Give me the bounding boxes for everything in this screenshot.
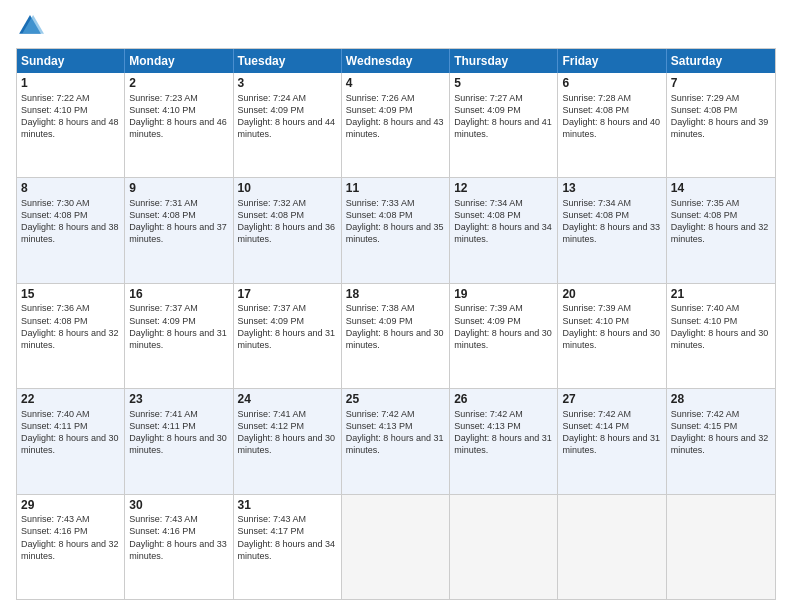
cell-details: Sunrise: 7:43 AMSunset: 4:16 PMDaylight:…	[21, 513, 120, 562]
logo	[16, 12, 48, 40]
day-number: 23	[129, 392, 228, 408]
calendar-header-cell: Sunday	[17, 49, 125, 73]
calendar-header-cell: Wednesday	[342, 49, 450, 73]
calendar-cell: 22Sunrise: 7:40 AMSunset: 4:11 PMDayligh…	[17, 389, 125, 493]
calendar-week: 22Sunrise: 7:40 AMSunset: 4:11 PMDayligh…	[17, 388, 775, 493]
day-number: 6	[562, 76, 661, 92]
cell-details: Sunrise: 7:35 AMSunset: 4:08 PMDaylight:…	[671, 197, 771, 246]
calendar-cell: 13Sunrise: 7:34 AMSunset: 4:08 PMDayligh…	[558, 178, 666, 282]
calendar-cell	[342, 495, 450, 599]
calendar-week: 15Sunrise: 7:36 AMSunset: 4:08 PMDayligh…	[17, 283, 775, 388]
calendar-cell: 7Sunrise: 7:29 AMSunset: 4:08 PMDaylight…	[667, 73, 775, 177]
day-number: 14	[671, 181, 771, 197]
calendar-week: 29Sunrise: 7:43 AMSunset: 4:16 PMDayligh…	[17, 494, 775, 599]
calendar-cell: 2Sunrise: 7:23 AMSunset: 4:10 PMDaylight…	[125, 73, 233, 177]
cell-details: Sunrise: 7:39 AMSunset: 4:09 PMDaylight:…	[454, 302, 553, 351]
cell-details: Sunrise: 7:29 AMSunset: 4:08 PMDaylight:…	[671, 92, 771, 141]
cell-details: Sunrise: 7:40 AMSunset: 4:10 PMDaylight:…	[671, 302, 771, 351]
day-number: 29	[21, 498, 120, 514]
day-number: 9	[129, 181, 228, 197]
calendar-cell: 12Sunrise: 7:34 AMSunset: 4:08 PMDayligh…	[450, 178, 558, 282]
calendar-cell: 3Sunrise: 7:24 AMSunset: 4:09 PMDaylight…	[234, 73, 342, 177]
cell-details: Sunrise: 7:22 AMSunset: 4:10 PMDaylight:…	[21, 92, 120, 141]
cell-details: Sunrise: 7:23 AMSunset: 4:10 PMDaylight:…	[129, 92, 228, 141]
day-number: 28	[671, 392, 771, 408]
cell-details: Sunrise: 7:27 AMSunset: 4:09 PMDaylight:…	[454, 92, 553, 141]
calendar-cell: 29Sunrise: 7:43 AMSunset: 4:16 PMDayligh…	[17, 495, 125, 599]
calendar-cell: 17Sunrise: 7:37 AMSunset: 4:09 PMDayligh…	[234, 284, 342, 388]
calendar-header-cell: Thursday	[450, 49, 558, 73]
calendar-cell: 24Sunrise: 7:41 AMSunset: 4:12 PMDayligh…	[234, 389, 342, 493]
day-number: 25	[346, 392, 445, 408]
cell-details: Sunrise: 7:32 AMSunset: 4:08 PMDaylight:…	[238, 197, 337, 246]
calendar-cell: 23Sunrise: 7:41 AMSunset: 4:11 PMDayligh…	[125, 389, 233, 493]
calendar-cell: 26Sunrise: 7:42 AMSunset: 4:13 PMDayligh…	[450, 389, 558, 493]
day-number: 21	[671, 287, 771, 303]
day-number: 3	[238, 76, 337, 92]
cell-details: Sunrise: 7:28 AMSunset: 4:08 PMDaylight:…	[562, 92, 661, 141]
calendar-cell: 14Sunrise: 7:35 AMSunset: 4:08 PMDayligh…	[667, 178, 775, 282]
day-number: 24	[238, 392, 337, 408]
calendar-cell: 16Sunrise: 7:37 AMSunset: 4:09 PMDayligh…	[125, 284, 233, 388]
cell-details: Sunrise: 7:42 AMSunset: 4:14 PMDaylight:…	[562, 408, 661, 457]
cell-details: Sunrise: 7:43 AMSunset: 4:17 PMDaylight:…	[238, 513, 337, 562]
calendar-cell: 5Sunrise: 7:27 AMSunset: 4:09 PMDaylight…	[450, 73, 558, 177]
day-number: 11	[346, 181, 445, 197]
day-number: 12	[454, 181, 553, 197]
calendar-cell: 21Sunrise: 7:40 AMSunset: 4:10 PMDayligh…	[667, 284, 775, 388]
cell-details: Sunrise: 7:39 AMSunset: 4:10 PMDaylight:…	[562, 302, 661, 351]
cell-details: Sunrise: 7:37 AMSunset: 4:09 PMDaylight:…	[129, 302, 228, 351]
calendar-body: 1Sunrise: 7:22 AMSunset: 4:10 PMDaylight…	[17, 73, 775, 599]
day-number: 16	[129, 287, 228, 303]
cell-details: Sunrise: 7:30 AMSunset: 4:08 PMDaylight:…	[21, 197, 120, 246]
cell-details: Sunrise: 7:43 AMSunset: 4:16 PMDaylight:…	[129, 513, 228, 562]
cell-details: Sunrise: 7:34 AMSunset: 4:08 PMDaylight:…	[562, 197, 661, 246]
calendar-header-cell: Monday	[125, 49, 233, 73]
cell-details: Sunrise: 7:41 AMSunset: 4:11 PMDaylight:…	[129, 408, 228, 457]
header	[16, 12, 776, 40]
calendar-cell: 10Sunrise: 7:32 AMSunset: 4:08 PMDayligh…	[234, 178, 342, 282]
cell-details: Sunrise: 7:33 AMSunset: 4:08 PMDaylight:…	[346, 197, 445, 246]
day-number: 15	[21, 287, 120, 303]
cell-details: Sunrise: 7:36 AMSunset: 4:08 PMDaylight:…	[21, 302, 120, 351]
cell-details: Sunrise: 7:31 AMSunset: 4:08 PMDaylight:…	[129, 197, 228, 246]
day-number: 19	[454, 287, 553, 303]
logo-icon	[16, 12, 44, 40]
calendar-cell: 9Sunrise: 7:31 AMSunset: 4:08 PMDaylight…	[125, 178, 233, 282]
calendar-header-cell: Tuesday	[234, 49, 342, 73]
day-number: 31	[238, 498, 337, 514]
calendar-cell: 30Sunrise: 7:43 AMSunset: 4:16 PMDayligh…	[125, 495, 233, 599]
calendar-cell: 6Sunrise: 7:28 AMSunset: 4:08 PMDaylight…	[558, 73, 666, 177]
cell-details: Sunrise: 7:42 AMSunset: 4:15 PMDaylight:…	[671, 408, 771, 457]
calendar: SundayMondayTuesdayWednesdayThursdayFrid…	[16, 48, 776, 600]
calendar-cell: 11Sunrise: 7:33 AMSunset: 4:08 PMDayligh…	[342, 178, 450, 282]
day-number: 17	[238, 287, 337, 303]
day-number: 7	[671, 76, 771, 92]
cell-details: Sunrise: 7:40 AMSunset: 4:11 PMDaylight:…	[21, 408, 120, 457]
calendar-week: 1Sunrise: 7:22 AMSunset: 4:10 PMDaylight…	[17, 73, 775, 177]
calendar-cell: 25Sunrise: 7:42 AMSunset: 4:13 PMDayligh…	[342, 389, 450, 493]
day-number: 22	[21, 392, 120, 408]
calendar-cell: 4Sunrise: 7:26 AMSunset: 4:09 PMDaylight…	[342, 73, 450, 177]
calendar-cell: 15Sunrise: 7:36 AMSunset: 4:08 PMDayligh…	[17, 284, 125, 388]
calendar-header-cell: Saturday	[667, 49, 775, 73]
day-number: 30	[129, 498, 228, 514]
day-number: 27	[562, 392, 661, 408]
day-number: 5	[454, 76, 553, 92]
calendar-cell	[450, 495, 558, 599]
cell-details: Sunrise: 7:34 AMSunset: 4:08 PMDaylight:…	[454, 197, 553, 246]
calendar-cell: 18Sunrise: 7:38 AMSunset: 4:09 PMDayligh…	[342, 284, 450, 388]
calendar-cell	[558, 495, 666, 599]
calendar-cell: 27Sunrise: 7:42 AMSunset: 4:14 PMDayligh…	[558, 389, 666, 493]
day-number: 13	[562, 181, 661, 197]
calendar-cell: 28Sunrise: 7:42 AMSunset: 4:15 PMDayligh…	[667, 389, 775, 493]
calendar-header-cell: Friday	[558, 49, 666, 73]
day-number: 8	[21, 181, 120, 197]
calendar-cell: 8Sunrise: 7:30 AMSunset: 4:08 PMDaylight…	[17, 178, 125, 282]
day-number: 1	[21, 76, 120, 92]
day-number: 4	[346, 76, 445, 92]
cell-details: Sunrise: 7:26 AMSunset: 4:09 PMDaylight:…	[346, 92, 445, 141]
calendar-header: SundayMondayTuesdayWednesdayThursdayFrid…	[17, 49, 775, 73]
calendar-week: 8Sunrise: 7:30 AMSunset: 4:08 PMDaylight…	[17, 177, 775, 282]
calendar-cell: 20Sunrise: 7:39 AMSunset: 4:10 PMDayligh…	[558, 284, 666, 388]
